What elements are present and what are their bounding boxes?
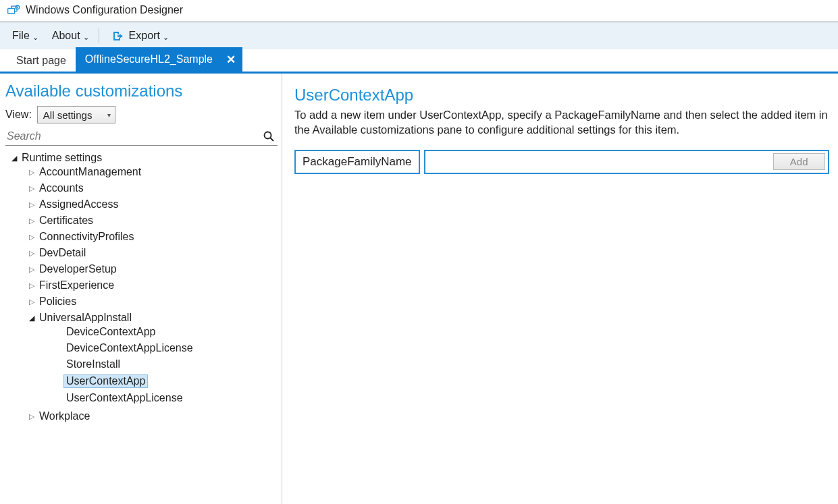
search-icon[interactable]	[263, 130, 275, 142]
content-description: To add a new item under UserContextApp, …	[294, 107, 828, 138]
app-icon	[7, 5, 20, 16]
tab-start-label: Start page	[16, 55, 66, 67]
collapse-icon[interactable]: ◢	[9, 154, 19, 163]
app-title: Windows Configuration Designer	[26, 4, 183, 16]
collapse-icon[interactable]: ◢	[27, 314, 36, 323]
view-label: View:	[5, 109, 32, 121]
expand-icon[interactable]: ▷	[27, 200, 36, 209]
tab-project[interactable]: OfflineSecureHL2_Sample ✕	[76, 47, 242, 72]
tree-node-certificates[interactable]: ▷Certificates	[5, 215, 278, 227]
expand-icon[interactable]: ▷	[27, 233, 36, 242]
tree-node-runtime-settings[interactable]: ◢ Runtime settings	[5, 152, 278, 164]
tree-node-usercontextapplicense[interactable]: UserContextAppLicense	[5, 392, 278, 404]
tree-node-universalappinstall[interactable]: ◢UniversalAppInstall	[5, 312, 278, 324]
settings-tree: ◢ Runtime settings ▷AccountManagement ▷A…	[5, 150, 278, 426]
menu-about-label: About	[52, 30, 80, 42]
sidebar: Available customizations View: All setti…	[0, 74, 282, 504]
tree-label: DeviceContextApp	[66, 326, 156, 338]
tree-label: Certificates	[39, 215, 93, 227]
svg-rect-0	[8, 9, 15, 14]
menu-export[interactable]: Export ⌄	[105, 26, 176, 46]
tree-label: FirstExperience	[39, 279, 114, 291]
tree-label: UserContextApp	[63, 374, 148, 388]
close-icon[interactable]: ✕	[226, 53, 236, 67]
content-panel: UserContextApp To add a new item under U…	[282, 74, 838, 504]
tree-node-policies[interactable]: ▷Policies	[5, 296, 278, 308]
tree-label: DeviceContextAppLicense	[66, 342, 193, 354]
tree-label: Runtime settings	[22, 152, 102, 164]
tree-node-usercontextapp[interactable]: UserContextApp	[5, 374, 278, 388]
expand-icon[interactable]: ▷	[27, 184, 36, 193]
caret-down-icon: ⌄	[83, 34, 89, 41]
menubar: File ⌄ About ⌄ Export ⌄	[0, 22, 838, 49]
param-row: PackageFamilyName Add	[294, 150, 830, 174]
tree-label: DeveloperSetup	[39, 263, 117, 275]
tree-label: DevDetail	[39, 247, 86, 259]
tree-label: Policies	[39, 296, 76, 308]
caret-down-icon: ⌄	[32, 34, 38, 41]
menu-about[interactable]: About ⌄	[45, 26, 96, 46]
tree-node-connectivityprofiles[interactable]: ▷ConnectivityProfiles	[5, 231, 278, 243]
tree-label: ConnectivityProfiles	[39, 231, 134, 243]
tree-node-devdetail[interactable]: ▷DevDetail	[5, 247, 278, 259]
tab-start-page[interactable]: Start page	[7, 50, 76, 72]
tree-label: AssignedAccess	[39, 198, 118, 211]
param-field-wrapper: Add	[424, 150, 829, 174]
tree-label: UniversalAppInstall	[39, 312, 132, 324]
search-input[interactable]	[7, 130, 263, 142]
sidebar-heading: Available customizations	[5, 82, 278, 101]
package-family-name-input[interactable]	[428, 154, 769, 170]
tab-strip: Start page OfflineSecureHL2_Sample ✕	[0, 49, 838, 74]
titlebar: Windows Configuration Designer	[0, 0, 838, 22]
menu-separator	[99, 28, 99, 43]
add-button[interactable]: Add	[773, 153, 825, 170]
tree-label: UserContextAppLicense	[66, 392, 183, 404]
svg-line-3	[271, 138, 274, 142]
menu-file-label: File	[12, 30, 30, 42]
chevron-down-icon: ▾	[107, 111, 111, 119]
expand-icon[interactable]: ▷	[27, 217, 36, 225]
view-select[interactable]: All settings ▾	[37, 106, 115, 123]
expand-icon[interactable]: ▷	[27, 412, 36, 421]
tree-label: StoreInstall	[66, 358, 120, 370]
view-row: View: All settings ▾	[5, 106, 278, 123]
main-split: Available customizations View: All setti…	[0, 74, 838, 504]
tab-project-label: OfflineSecureHL2_Sample	[85, 53, 213, 65]
expand-icon[interactable]: ▷	[27, 265, 36, 274]
export-icon	[111, 30, 125, 42]
caret-down-icon: ⌄	[163, 34, 169, 41]
tree-node-assignedaccess[interactable]: ▷AssignedAccess	[5, 198, 278, 211]
tree-label: AccountManagement	[39, 166, 141, 178]
tree-label: Workplace	[39, 410, 90, 422]
tree-node-accountmanagement[interactable]: ▷AccountManagement	[5, 166, 278, 178]
tree-node-accounts[interactable]: ▷Accounts	[5, 182, 278, 194]
tree-node-devicecontextapp[interactable]: DeviceContextApp	[5, 326, 278, 338]
expand-icon[interactable]: ▷	[27, 168, 36, 177]
tree-node-workplace[interactable]: ▷Workplace	[5, 410, 278, 422]
svg-point-2	[265, 132, 271, 139]
menu-export-label: Export	[129, 30, 160, 42]
tree-node-devicecontextapplicense[interactable]: DeviceContextAppLicense	[5, 342, 278, 354]
expand-icon[interactable]: ▷	[27, 298, 36, 306]
tree-label: Accounts	[39, 182, 84, 194]
view-select-value: All settings	[43, 109, 93, 121]
param-label: PackageFamilyName	[294, 150, 420, 174]
expand-icon[interactable]: ▷	[27, 249, 36, 258]
tree-node-firstexperience[interactable]: ▷FirstExperience	[5, 279, 278, 291]
tree-node-storeinstall[interactable]: StoreInstall	[5, 358, 278, 370]
search-row	[5, 129, 278, 146]
expand-icon[interactable]: ▷	[27, 281, 36, 290]
tree-node-developersetup[interactable]: ▷DeveloperSetup	[5, 263, 278, 275]
menu-file[interactable]: File ⌄	[5, 26, 45, 46]
content-heading: UserContextApp	[294, 86, 830, 105]
